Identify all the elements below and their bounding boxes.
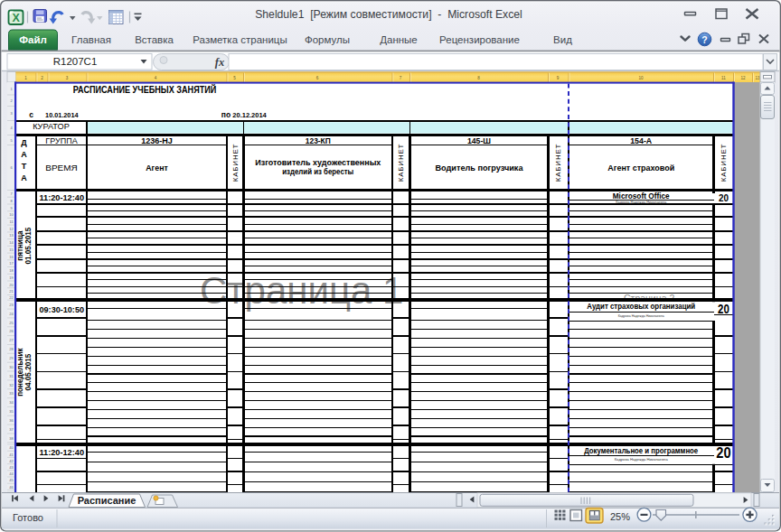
- svg-text:КАБИНЕТ: КАБИНЕТ: [397, 144, 405, 182]
- svg-text:1236-HJ: 1236-HJ: [141, 136, 173, 145]
- svg-text:Расписание: Расписание: [78, 495, 136, 506]
- svg-text:33: 33: [9, 391, 14, 396]
- svg-text:09:30-10:50: 09:30-10:50: [40, 305, 85, 314]
- svg-text:по: по: [221, 110, 231, 119]
- svg-text:31: 31: [9, 374, 14, 378]
- svg-text:X: X: [12, 12, 20, 24]
- svg-text:43: 43: [9, 465, 14, 470]
- svg-text:123-КП: 123-КП: [306, 136, 331, 145]
- svg-text:А: А: [21, 150, 27, 159]
- svg-text:Вид: Вид: [553, 34, 572, 45]
- svg-text:42: 42: [9, 459, 14, 463]
- svg-text:24: 24: [9, 312, 14, 316]
- svg-text:46: 46: [9, 485, 14, 490]
- svg-text:Кадрова Надежда Николаевна: Кадрова Надежда Николаевна: [618, 313, 665, 318]
- svg-text:Т: Т: [22, 162, 27, 171]
- svg-text:04.05.2015: 04.05.2015: [24, 353, 33, 390]
- svg-text:25%: 25%: [610, 511, 630, 522]
- svg-text:34: 34: [9, 400, 14, 405]
- svg-text:38: 38: [9, 436, 14, 441]
- svg-text:изделий из бересты: изделий из бересты: [282, 167, 353, 176]
- svg-text:17: 17: [9, 261, 14, 266]
- svg-text:23: 23: [9, 303, 14, 307]
- svg-text:пятница: пятница: [16, 230, 24, 261]
- svg-text:R1207C1: R1207C1: [53, 56, 98, 67]
- svg-text:Агент: Агент: [146, 163, 168, 173]
- svg-text:25: 25: [9, 321, 14, 325]
- svg-text:Данные: Данные: [380, 34, 418, 45]
- svg-text:с: с: [29, 110, 33, 119]
- svg-text:27: 27: [9, 338, 14, 342]
- svg-text:Агент страховой: Агент страховой: [607, 164, 674, 173]
- svg-text:9: 9: [557, 76, 560, 80]
- svg-text:26: 26: [9, 329, 14, 333]
- svg-text:154-А: 154-А: [630, 136, 652, 145]
- svg-text:fx: fx: [215, 56, 224, 69]
- svg-text:6: 6: [316, 76, 319, 80]
- svg-text:А: А: [21, 173, 27, 182]
- svg-text:11:20-12:40: 11:20-12:40: [40, 448, 85, 457]
- svg-text:20.12.2014: 20.12.2014: [232, 111, 267, 119]
- svg-text:28: 28: [9, 347, 14, 351]
- svg-text:11: 11: [721, 76, 726, 80]
- svg-text:Водитель погрузчика: Водитель погрузчика: [436, 164, 523, 173]
- svg-text:20: 20: [9, 283, 14, 287]
- svg-text:36: 36: [9, 418, 14, 423]
- svg-text:10: 10: [9, 212, 14, 217]
- svg-text:КАБИНЕТ: КАБИНЕТ: [720, 144, 728, 182]
- svg-text:Готово: Готово: [13, 512, 43, 523]
- svg-text:12: 12: [740, 76, 746, 80]
- svg-text:Sheldule1 [Режим совместимост: Sheldule1 [Режим совместимости] - Micros…: [255, 8, 522, 21]
- svg-text:ВРЕМЯ: ВРЕМЯ: [45, 163, 78, 173]
- svg-text:Д: Д: [21, 138, 27, 147]
- svg-text:Документальное и программное: Документальное и программное: [584, 446, 698, 455]
- svg-text:21: 21: [9, 289, 14, 294]
- svg-text:?: ?: [701, 34, 707, 45]
- svg-text:Аудит страховых организаций: Аудит страховых организаций: [587, 301, 695, 311]
- svg-text:13: 13: [9, 233, 14, 238]
- svg-text:37: 37: [9, 427, 14, 432]
- svg-text:29: 29: [9, 356, 14, 360]
- svg-text:20: 20: [719, 192, 729, 203]
- svg-text:7: 7: [400, 76, 402, 80]
- svg-text:Разметка страницы: Разметка страницы: [193, 34, 287, 45]
- svg-text:Страница 1: Страница 1: [200, 269, 403, 312]
- svg-text:понедельник: понедельник: [16, 347, 24, 396]
- svg-text:14: 14: [9, 240, 14, 245]
- svg-text:35: 35: [9, 409, 14, 414]
- svg-text:Файл: Файл: [19, 34, 47, 45]
- svg-text:Рецензирование: Рецензирование: [439, 34, 520, 45]
- svg-text:КАБИНЕТ: КАБИНЕТ: [231, 144, 240, 182]
- svg-text:4: 4: [155, 76, 157, 80]
- svg-text:44: 44: [9, 471, 14, 476]
- svg-text:22: 22: [9, 295, 14, 300]
- svg-text:01.05.2015: 01.05.2015: [24, 227, 33, 264]
- svg-text:45: 45: [9, 478, 14, 482]
- svg-text:19: 19: [9, 275, 14, 280]
- svg-text:30: 30: [9, 365, 14, 369]
- svg-text:40: 40: [9, 445, 14, 450]
- svg-text:10: 10: [638, 76, 644, 80]
- svg-text:КАБИНЕТ: КАБИНЕТ: [554, 144, 562, 182]
- svg-text:10.01.2014: 10.01.2014: [45, 111, 79, 119]
- svg-text:145-Ш: 145-Ш: [467, 136, 491, 145]
- svg-text:18: 18: [9, 268, 14, 273]
- svg-text:Кадрова Надежда Николаевна: Кадрова Надежда Николаевна: [615, 457, 669, 462]
- svg-text:5: 5: [233, 76, 236, 80]
- svg-text:20: 20: [718, 301, 729, 316]
- svg-text:Вставка: Вставка: [135, 34, 174, 45]
- svg-text:32: 32: [9, 383, 14, 387]
- svg-text:8: 8: [477, 76, 480, 80]
- svg-text:15: 15: [9, 247, 14, 252]
- svg-text:РАСПИСАНИЕ УЧЕБНЫХ ЗАНЯТИЙ: РАСПИСАНИЕ УЧЕБНЫХ ЗАНЯТИЙ: [73, 84, 217, 95]
- svg-text:11:20-12:40: 11:20-12:40: [40, 193, 85, 202]
- svg-text:Формулы: Формулы: [305, 34, 350, 45]
- svg-text:12: 12: [9, 227, 14, 231]
- svg-text:Изготовитель художественных: Изготовитель художественных: [255, 159, 381, 167]
- svg-text:2: 2: [41, 76, 43, 80]
- svg-text:13: 13: [755, 76, 760, 80]
- svg-text:1: 1: [24, 76, 27, 80]
- svg-text:Главная: Главная: [71, 34, 111, 45]
- svg-text:3: 3: [66, 76, 69, 80]
- svg-text:КУРАТОР: КУРАТОР: [33, 122, 70, 131]
